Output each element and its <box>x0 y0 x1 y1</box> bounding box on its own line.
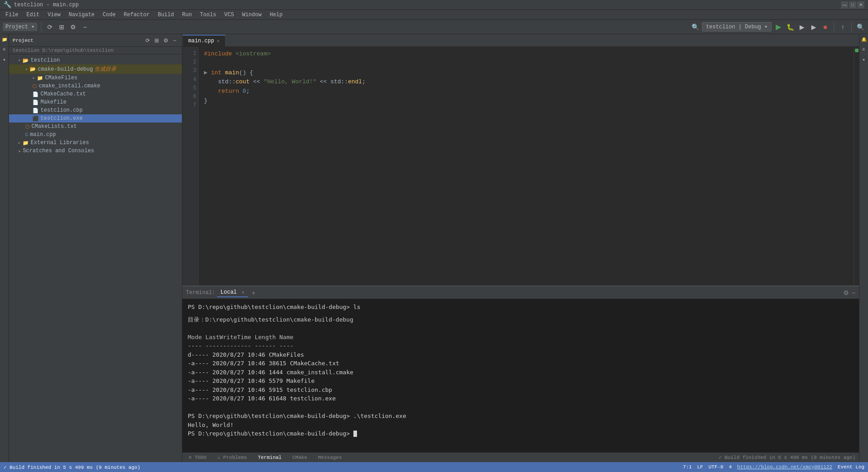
search-everywhere-button[interactable]: 🔍 <box>690 22 700 32</box>
sidebar-sync-btn[interactable]: ⟳ <box>144 37 151 44</box>
titlebar-controls[interactable]: — □ ✕ <box>841 1 864 9</box>
statusbar-right: 7:1 LF UTF-8 4 https://blog.csdn.net/xmc… <box>683 464 864 470</box>
tree-item-exe[interactable]: ⬛ testclion.exe <box>9 114 182 123</box>
toolbar-separator <box>41 23 41 32</box>
layout-button[interactable]: ⊞ <box>57 22 67 32</box>
file-icon-makefile: 📄 <box>32 100 39 105</box>
menu-refactor[interactable]: Refactor <box>120 11 154 19</box>
sidebar-breadcrumb: testclion D:\repo\github\testclion <box>9 47 182 54</box>
tab-problems[interactable]: ⚠ Problems <box>215 454 250 460</box>
sync-button[interactable]: ⟳ <box>45 22 55 32</box>
arrow-icon-3: ▸ <box>32 75 35 81</box>
ok-indicator <box>855 49 859 52</box>
file-tree[interactable]: ▾ 📂 testclion ▾ 📂 cmake-build-debug 生成目录… <box>9 54 182 462</box>
line-numbers: 1 2 3 4 5 6 7 <box>182 47 199 286</box>
app-icon: 🔧 <box>4 1 11 9</box>
tree-item-cmake-install[interactable]: ⬡ cmake_install.cmake <box>9 82 182 90</box>
menu-build[interactable]: Build <box>154 11 177 19</box>
tab-cmake[interactable]: CMake <box>289 455 310 460</box>
add-terminal-button[interactable]: + <box>250 289 257 296</box>
tree-item-cmake-build-debug[interactable]: ▾ 📂 cmake-build-debug 生成目录 <box>9 64 182 74</box>
terminal-tab-local[interactable]: Local ✕ <box>217 288 248 297</box>
terminal-settings-btn[interactable]: ⚙ <box>843 289 849 296</box>
notifications-icon[interactable]: 🔔 <box>860 36 868 43</box>
terminal-entry-exe: -a---- 2020/8/27 10:46 61648 testclion.e… <box>188 394 854 403</box>
tree-item-main-cpp[interactable]: C main.cpp <box>9 131 182 139</box>
line-num-2: 2 <box>184 58 196 67</box>
tab-todo[interactable]: ≡ TODO <box>186 455 209 460</box>
toolbar-sep2 <box>834 23 834 32</box>
tree-label-cmake-install: cmake_install.cmake <box>39 83 100 89</box>
tree-item-scratches[interactable]: ✦ Scratches and Consoles <box>9 147 182 155</box>
tree-label-cmakefiles: CMakeFiles <box>45 75 77 81</box>
update-button[interactable]: ↑ <box>838 22 848 32</box>
sidebar: Project ⟳ ⊞ ⚙ − testclion D:\repo\github… <box>9 34 182 462</box>
code-content[interactable]: #include <iostream> ▶ int main() { std::… <box>199 47 854 286</box>
menu-window[interactable]: Window <box>239 11 265 19</box>
tree-item-makefile[interactable]: 📄 Makefile <box>9 98 182 106</box>
menu-vcs[interactable]: VCS <box>221 11 238 19</box>
structure-icon[interactable]: ≡ <box>1 46 8 53</box>
file-icon-cbp: 📄 <box>32 108 39 113</box>
tree-item-cmakecache[interactable]: 📄 CMakeCache.txt <box>9 90 182 98</box>
minimize-button[interactable]: — <box>841 1 848 9</box>
tree-item-cbp[interactable]: 📄 testclion.cbp <box>9 106 182 114</box>
tab-main-cpp[interactable]: main.cpp ✕ <box>182 35 226 46</box>
tree-item-testclion[interactable]: ▾ 📂 testclion <box>9 56 182 64</box>
menu-edit[interactable]: Edit <box>23 11 43 19</box>
terminal-content[interactable]: PS D:\repo\github\testclion\cmake-build-… <box>182 299 859 452</box>
debug-config-dropdown[interactable]: testclion | Debug ▾ <box>702 22 772 32</box>
local-tab-close[interactable]: ✕ <box>242 290 244 295</box>
statusbar-event-log[interactable]: Event Log <box>838 464 864 470</box>
bookmark-icon[interactable]: ★ <box>1 56 8 63</box>
terminal-hide-btn[interactable]: − <box>852 289 855 296</box>
menu-run[interactable]: Run <box>178 11 195 19</box>
code-editor[interactable]: 1 2 3 4 5 6 7 #include <iostream> ▶ int … <box>182 47 859 286</box>
coverage-button[interactable]: ▶ <box>797 22 807 32</box>
tree-item-cmakefiles[interactable]: ▸ 📁 CMakeFiles <box>9 74 182 82</box>
structure-right-icon[interactable]: ≡ <box>860 46 868 53</box>
statusbar-left: ✓ Build finished in 5 s 499 ms (9 minute… <box>4 464 140 470</box>
dir-label: 目录：D:\repo\github\testclion\cmake-build-… <box>188 316 353 323</box>
terminal-line-blank <box>188 324 854 333</box>
sidebar-layout-btn[interactable]: ⊞ <box>153 37 160 44</box>
menu-tools[interactable]: Tools <box>196 11 220 19</box>
tab-label-main-cpp: main.cpp <box>188 38 214 44</box>
line-num-4: 4 <box>184 76 196 84</box>
maximize-button[interactable]: □ <box>849 1 856 9</box>
tab-messages[interactable]: Messages <box>315 455 344 460</box>
menu-file[interactable]: File <box>2 11 22 19</box>
terminal-section: Terminal: Local ✕ + ⚙ − PS D:\repo\githu… <box>182 286 859 452</box>
sidebar-settings-btn[interactable]: ⚙ <box>162 37 169 44</box>
menu-help[interactable]: Help <box>266 11 286 19</box>
find-button[interactable]: 🔍 <box>855 22 865 32</box>
run-button[interactable]: ▶ <box>773 22 783 32</box>
sidebar-collapse-btn[interactable]: − <box>171 37 178 44</box>
settings-button[interactable]: ⚙ <box>68 22 78 32</box>
menu-navigate[interactable]: Navigate <box>65 11 98 19</box>
tab-close-icon[interactable]: ✕ <box>217 38 220 44</box>
stop-button[interactable]: ■ <box>820 22 830 32</box>
tree-item-external-libs[interactable]: ▸ 📁 External Libraries <box>9 139 182 147</box>
profile-button[interactable]: ▶ <box>809 22 818 32</box>
terminal-tabs: Terminal: Local ✕ + <box>186 288 257 297</box>
statusbar-blog-url[interactable]: https://blog.csdn.net/xmcy001122 <box>737 464 832 470</box>
file-icon-cpp: C <box>25 132 28 137</box>
folder-icon-ext: 📁 <box>23 140 29 146</box>
hello-output: Hello, World! <box>188 422 234 428</box>
favorites-icon[interactable]: ★ <box>860 56 868 63</box>
collapse-button[interactable]: − <box>80 22 90 32</box>
project-dropdown[interactable]: Project ▾ <box>3 23 37 31</box>
line-num-1: 1 <box>184 50 196 58</box>
menu-code[interactable]: Code <box>99 11 119 19</box>
close-button[interactable]: ✕ <box>857 1 864 9</box>
menu-view[interactable]: View <box>44 11 64 19</box>
tree-item-cmakelists[interactable]: ⬡ CMakeLists.txt <box>9 123 182 131</box>
left-icons-panel: 📁 ≡ ★ <box>0 34 9 462</box>
statusbar-position: 7:1 <box>683 464 692 470</box>
debug-button[interactable]: 🐛 <box>785 22 795 32</box>
project-icon[interactable]: 📁 <box>1 36 8 43</box>
tab-terminal[interactable]: Terminal <box>255 455 285 460</box>
folder-icon: 📂 <box>23 58 29 64</box>
tree-label-testclion: testclion <box>31 57 60 64</box>
